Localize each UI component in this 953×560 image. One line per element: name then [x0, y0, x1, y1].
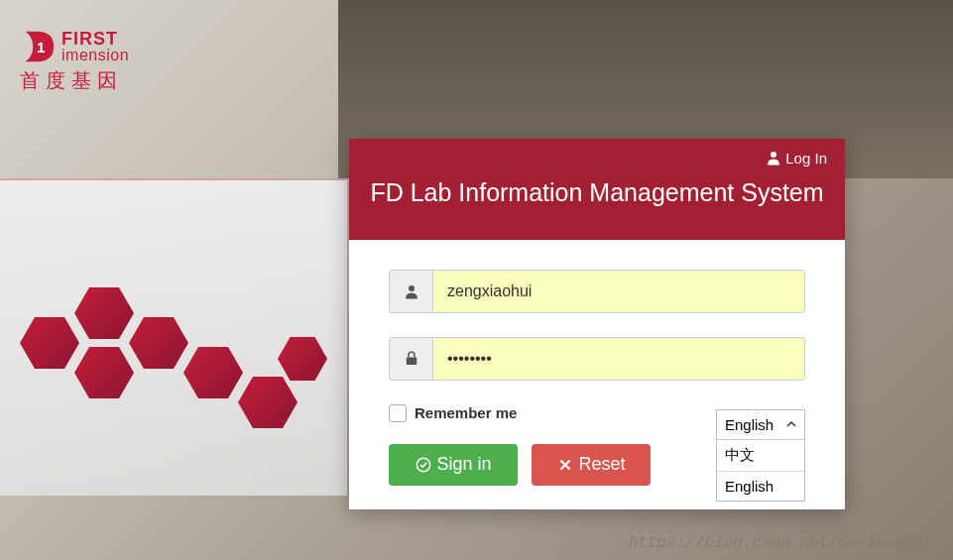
svg-point-1 [771, 152, 776, 158]
username-input[interactable] [433, 271, 804, 312]
login-card-title: FD Lab Information Management System [367, 174, 827, 212]
svg-text:1: 1 [37, 39, 46, 56]
svg-point-4 [417, 458, 431, 472]
language-option-en[interactable]: English [717, 472, 804, 501]
watermark-text: https://blog.csdn.net/Carlsummer [629, 534, 933, 552]
signin-label: Sign in [436, 454, 491, 475]
reset-label: Reset [578, 454, 625, 475]
password-group [389, 337, 805, 381]
remember-label: Remember me [415, 404, 517, 421]
language-dropdown[interactable]: English 中文 English [716, 409, 805, 502]
login-topright-label: Log In [785, 150, 827, 167]
login-card-body: Remember me Sign in Reset English [349, 240, 845, 509]
remember-checkbox[interactable] [389, 404, 407, 422]
password-addon [390, 338, 433, 380]
login-card-header: Log In FD Lab Information Management Sys… [349, 139, 845, 240]
login-topright-link[interactable]: Log In [367, 149, 827, 167]
logo-text-chinese: 首度基因 [20, 67, 129, 94]
check-circle-icon [415, 456, 432, 474]
user-icon [765, 149, 782, 167]
language-option-zh[interactable]: 中文 [717, 440, 804, 472]
svg-point-2 [409, 285, 415, 291]
logo-text-first: FIRST [61, 30, 129, 48]
brand-logo: 1 FIRST imension 首度基因 [20, 28, 129, 94]
password-input[interactable] [433, 338, 804, 380]
reset-button[interactable]: Reset [532, 444, 651, 486]
lock-icon [403, 350, 420, 368]
person-icon [403, 282, 420, 300]
language-selected[interactable]: English [717, 410, 804, 440]
login-card: Log In FD Lab Information Management Sys… [349, 139, 845, 509]
signin-button[interactable]: Sign in [389, 444, 518, 486]
chevron-up-icon [786, 419, 796, 429]
username-addon [390, 271, 433, 312]
logo-d-icon: 1 [20, 28, 58, 65]
logo-text-imension: imension [61, 48, 129, 63]
svg-rect-3 [406, 357, 417, 365]
close-icon [556, 456, 574, 474]
username-group [389, 270, 805, 313]
language-selected-label: English [725, 416, 774, 433]
